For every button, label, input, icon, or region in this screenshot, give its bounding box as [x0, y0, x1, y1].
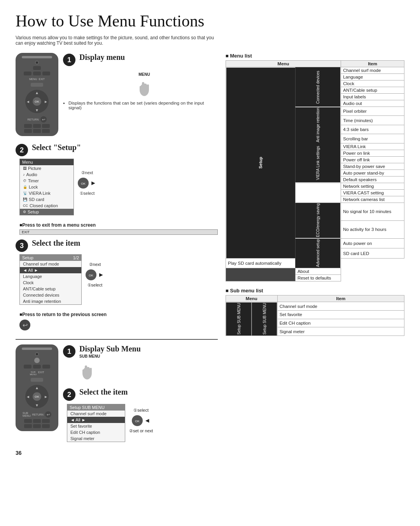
- sub-item-edit: Edit CH caption: [67, 429, 125, 435]
- step-3-title: Select the item: [32, 239, 80, 248]
- page-title: How to Use Menu Functions: [16, 12, 404, 30]
- menu-item-lock: 🔒 Lock: [20, 184, 74, 190]
- sub-step-1-title: Display Sub Menu: [79, 344, 141, 353]
- menu-item-picture: 🖼 Picture: [20, 165, 74, 171]
- item-sd-led: SD card LED: [341, 248, 404, 259]
- sub-set-label: ②set or next: [129, 428, 153, 433]
- svg-text:OK: OK: [81, 182, 86, 185]
- item-power-on: Power on link: [341, 150, 404, 156]
- svg-rect-10: [85, 365, 87, 373]
- table-row: Setup SUB MENU Setup SUB MENU Channel su…: [226, 302, 404, 311]
- item-default-speakers: Default speakers: [341, 176, 404, 183]
- item-connected: Connected devices: [20, 292, 81, 298]
- menu-item-sd: 💾 SD card: [20, 196, 74, 203]
- sub-step-1-circle: 1: [63, 345, 75, 358]
- menu-item-timer: ⏱ Timer: [20, 178, 74, 184]
- item-play-sd: Play SD card automatically: [226, 258, 296, 268]
- sub-item-channel: Channel surf mode: [67, 411, 125, 417]
- return-note: ■Press to return to the previous screen …: [19, 312, 218, 330]
- step-1-note: Displays the functions that can be set (…: [63, 101, 218, 110]
- ok-button-3[interactable]: OK: [86, 269, 96, 280]
- item-anti: Anti image retention: [20, 298, 81, 304]
- anti-image-group: Anti image retention: [295, 107, 341, 143]
- select-setup-menu: Menu 🖼 Picture ♪ Audio ⏱ Timer 🔒: [19, 159, 74, 215]
- item-no-signal: No signal for 10 minutes: [341, 203, 404, 220]
- item-auto-power-on: Auto power on: [341, 238, 404, 248]
- setup-header: Setup 1/2: [20, 255, 81, 261]
- next-label-2: ②next: [81, 170, 93, 175]
- item-col-header: Item: [341, 61, 404, 67]
- item-language: Language: [341, 74, 404, 80]
- intro-text: Various menus allow you to make settings…: [16, 35, 218, 46]
- svg-rect-3: [147, 84, 149, 90]
- step-1-title: Display menu: [79, 53, 125, 62]
- sub-item-set-fav: Set favorite: [277, 311, 404, 319]
- menu-col-header: Menu: [226, 61, 341, 67]
- step-1-circle: 1: [63, 54, 75, 66]
- item-audio-out: Audio out: [341, 100, 404, 107]
- menu-item-audio: ♪ Audio: [20, 171, 74, 178]
- next-label-3: ②next: [89, 262, 101, 267]
- table-row: Setup Connected devices Channel surf mod…: [226, 67, 404, 74]
- item-input-labels: Input labels: [341, 94, 404, 100]
- item-viera-cast: VIERA CAST setting: [341, 189, 404, 196]
- item-viera-link: VIERA Link: [341, 143, 404, 150]
- item-network-cameras: Network cameras list: [341, 196, 404, 203]
- svg-rect-12: [90, 368, 92, 373]
- sub-menu-header: Setup SUB MENU: [67, 404, 125, 411]
- item-no-activity: No activity for 3 hours: [341, 220, 404, 238]
- sub-item-channel-surf: Channel surf mode: [277, 302, 404, 311]
- sub-item-all: ◄ All ►: [67, 417, 125, 423]
- svg-rect-1: [142, 82, 144, 90]
- sub-menu-col: Menu: [226, 295, 278, 302]
- step-2-circle: 2: [16, 144, 28, 156]
- item-network-setting: Network setting: [341, 183, 404, 189]
- item-language: Language: [20, 273, 81, 280]
- ok-button-sub[interactable]: OK: [132, 415, 143, 426]
- ok-button-2[interactable]: OK: [78, 178, 89, 189]
- exit-button[interactable]: EXIT: [19, 229, 218, 235]
- menu-btn-label: MENU: [138, 72, 150, 77]
- item-all-highlighted: ◄ All ►: [20, 267, 81, 273]
- sub-menu-mockup: Setup SUB MENU Channel surf mode ◄ All ►…: [67, 404, 125, 442]
- eco-group: ECO/energy saving: [295, 203, 341, 238]
- item-about: About: [295, 268, 341, 275]
- menu-item-setup-highlighted: ⚙ Setup: [20, 209, 74, 215]
- sub-item-signal: Signal meter: [277, 327, 404, 336]
- setup-menu: Setup 1/2 Channel surf mode ◄ All ► Lang…: [19, 254, 82, 305]
- item-standby: Stand-by power save: [341, 163, 404, 170]
- return-icon: ↩: [19, 320, 30, 330]
- menu-item-viera: 📡 VIERA Link: [20, 190, 74, 196]
- item-time-minutes: Time (minutes): [341, 116, 404, 125]
- item-channel-surf: Channel surf mode: [20, 261, 81, 267]
- svg-rect-13: [82, 369, 84, 374]
- svg-rect-2: [145, 84, 147, 90]
- menu-item-cc: CC Closed caption: [20, 203, 74, 209]
- remote-2: SUBMENU EXIT ▲ ▼ ◄ ► OK: [16, 344, 58, 431]
- sub-item-favorite: Set favorite: [67, 423, 125, 429]
- sub-select-label: ①select: [133, 408, 149, 413]
- item-ant: ANT/Cable setup: [341, 87, 404, 94]
- sub-setup-group: Setup SUB MENU: [252, 302, 277, 336]
- step-1-section: MENU EXIT ▲ ▼ ◄ ► OK: [16, 53, 218, 136]
- item-scrolling-bar: Scrolling bar: [341, 134, 404, 143]
- connected-devices-group: Connected devices: [295, 67, 341, 107]
- item-pixel-orbiter: Pixel orbiter: [341, 107, 404, 116]
- exit-note: ■Press to exit from a menu screen EXIT: [19, 222, 218, 235]
- step-3-section: 3 Select the item Setup 1/2 Channel surf…: [16, 239, 218, 305]
- page-number: 36: [16, 450, 218, 456]
- svg-rect-11: [88, 367, 89, 373]
- item-channel-surf: Channel surf mode: [341, 67, 404, 74]
- sub-hand-icon: [79, 362, 95, 381]
- step-2-section: 2 Select "Setup" Menu 🖼 Picture ♪ Audio …: [16, 143, 218, 215]
- svg-rect-4: [140, 86, 142, 91]
- select-label-3: ①select: [88, 283, 103, 288]
- sub-menu-section: SUBMENU EXIT ▲ ▼ ◄ ► OK: [16, 339, 218, 442]
- item-clock: Clock: [341, 80, 404, 87]
- menu-list-title: Menu list: [226, 53, 404, 59]
- svg-text:OK: OK: [89, 274, 93, 277]
- sub-step-2-circle: 2: [63, 388, 75, 401]
- setup-label: Setup: [226, 67, 296, 259]
- sub-item-col: Item: [277, 295, 404, 302]
- step-3-circle: 3: [16, 239, 28, 252]
